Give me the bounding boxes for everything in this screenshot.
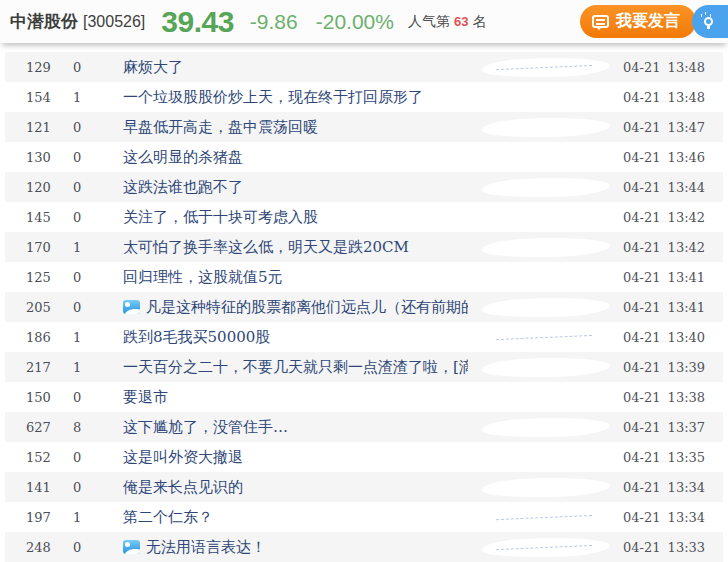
read-count: 205: [5, 300, 73, 315]
stock-header-bar: 中潜股份 [300526] 39.43 -9.86 -20.00% 人气第63名…: [0, 0, 728, 43]
post-title-cell: 早盘低开高走，盘中震荡回暖: [123, 118, 468, 137]
post-title-link[interactable]: 关注了，低于十块可考虑入股: [123, 208, 318, 227]
post-time: 04-21 13:33: [623, 540, 723, 555]
popularity-suffix: 名: [472, 13, 486, 29]
post-title-link[interactable]: 凡是这种特征的股票都离他们远点儿（还有前期的沪宁股: [146, 298, 468, 317]
post-row: 141 0 俺是来长点见识的 04-21 13:34: [5, 472, 723, 502]
author-redacted-smudge: [481, 146, 609, 167]
post-title-link[interactable]: 早盘低开高走，盘中震荡回暖: [123, 118, 318, 137]
author-cell: [468, 208, 623, 227]
post-title-link[interactable]: 这下尴尬了，没管住手…: [123, 418, 288, 437]
read-count: 248: [5, 540, 73, 555]
author-cell: [468, 238, 623, 257]
author-redacted-smudge: [481, 416, 609, 437]
read-count: 186: [5, 330, 73, 345]
read-count: 197: [5, 510, 73, 525]
author-cell: [468, 268, 623, 287]
author-cell: [468, 88, 623, 107]
guba-stock-forum-page: 中潜股份 [300526] 39.43 -9.86 -20.00% 人气第63名…: [0, 0, 728, 562]
author-redacted-smudge: [481, 236, 609, 257]
post-time: 04-21 13:42: [623, 240, 723, 255]
post-title-link[interactable]: 这么明显的杀猪盘: [123, 148, 243, 167]
post-title-link[interactable]: 麻烦大了: [123, 58, 183, 77]
author-redacted-smudge: [481, 536, 609, 557]
comment-count: 0: [73, 450, 123, 465]
stock-name: 中潜股份: [10, 10, 78, 33]
post-title-link[interactable]: 这跌法谁也跑不了: [123, 178, 243, 197]
stock-code: [300526]: [83, 13, 145, 31]
author-redacted-smudge: [481, 266, 609, 287]
post-message-button[interactable]: 我要发言: [580, 5, 696, 38]
post-row: 145 0 关注了，低于十块可考虑入股 04-21 13:42: [5, 202, 723, 232]
post-title-link[interactable]: 跌到8毛我买50000股: [123, 328, 270, 347]
post-row: 248 0 无法用语言表达！ 04-21 13:33: [5, 532, 723, 562]
post-list: 129 0 麻烦大了 04-21 13:48 154 1 一个垃圾股股价炒上天，…: [5, 52, 723, 562]
post-row: 152 0 这是叫外资大撤退 04-21 13:35: [5, 442, 723, 472]
author-cell: [468, 388, 623, 407]
post-title-link[interactable]: 俺是来长点见识的: [123, 478, 243, 497]
comment-count: 0: [73, 120, 123, 135]
read-count: 627: [5, 420, 73, 435]
author-cell: [468, 148, 623, 167]
author-redacted-smudge: [481, 506, 609, 527]
stock-price: 39.43: [161, 5, 234, 39]
post-time: 04-21 13:48: [623, 90, 723, 105]
author-cell: [468, 328, 623, 347]
author-redacted-smudge: [481, 56, 609, 77]
post-row: 197 1 第二个仁东？ 04-21 13:34: [5, 502, 723, 532]
post-time: 04-21 13:38: [623, 390, 723, 405]
author-redacted-smudge: [481, 116, 609, 137]
post-title-link[interactable]: 回归理性，这股就值5元: [123, 268, 283, 287]
post-title-link[interactable]: 要退市: [123, 388, 168, 407]
comment-count: 0: [73, 60, 123, 75]
author-cell: [468, 118, 623, 137]
post-title-link[interactable]: 一个垃圾股股价炒上天，现在终于打回原形了: [123, 88, 423, 107]
author-cell: [468, 448, 623, 467]
post-title-cell: 第二个仁东？: [123, 508, 468, 527]
post-title-link[interactable]: 第二个仁东？: [123, 508, 213, 527]
comment-count: 0: [73, 150, 123, 165]
post-time: 04-21 13:34: [623, 510, 723, 525]
author-redacted-smudge: [481, 86, 609, 107]
post-time: 04-21 13:37: [623, 420, 723, 435]
post-title-cell: 一天百分之二十，不要几天就只剩一点渣渣了啦，[滴汗]: [123, 358, 468, 377]
post-time: 04-21 13:41: [623, 270, 723, 285]
read-count: 129: [5, 60, 73, 75]
post-time: 04-21 13:35: [623, 450, 723, 465]
ask-question-button[interactable]: [692, 5, 728, 38]
author-cell: [468, 478, 623, 497]
stock-change-percent: -20.00%: [316, 10, 394, 34]
post-time: 04-21 13:39: [623, 360, 723, 375]
comment-count: 0: [73, 390, 123, 405]
post-title-link[interactable]: 太可怕了换手率这么低，明天又是跌20CM: [123, 238, 409, 257]
image-attachment-icon: [123, 540, 140, 554]
post-title-cell: 关注了，低于十块可考虑入股: [123, 208, 468, 227]
post-title-cell: 要退市: [123, 388, 468, 407]
post-title-link[interactable]: 一天百分之二十，不要几天就只剩一点渣渣了啦，[滴汗]: [123, 358, 468, 377]
speech-bubble-icon: [592, 15, 609, 28]
read-count: 130: [5, 150, 73, 165]
post-title-cell: 这跌法谁也跑不了: [123, 178, 468, 197]
post-title-link[interactable]: 这是叫外资大撤退: [123, 448, 243, 467]
author-redacted-smudge: [481, 356, 609, 377]
post-message-button-label: 我要发言: [616, 11, 680, 32]
author-redacted-smudge: [481, 476, 609, 497]
author-cell: [468, 58, 623, 77]
author-redacted-smudge: [481, 446, 609, 467]
comment-count: 0: [73, 300, 123, 315]
post-time: 04-21 13:48: [623, 60, 723, 75]
author-redacted-smudge: [481, 386, 609, 407]
post-row: 125 0 回归理性，这股就值5元 04-21 13:41: [5, 262, 723, 292]
read-count: 125: [5, 270, 73, 285]
post-title-cell: 俺是来长点见识的: [123, 478, 468, 497]
read-count: 154: [5, 90, 73, 105]
comment-count: 8: [73, 420, 123, 435]
post-title-link[interactable]: 无法用语言表达！: [146, 538, 266, 557]
comment-count: 0: [73, 180, 123, 195]
author-cell: [468, 508, 623, 527]
post-time: 04-21 13:34: [623, 480, 723, 495]
post-title-cell: 无法用语言表达！: [123, 538, 468, 557]
read-count: 141: [5, 480, 73, 495]
post-title-cell: 回归理性，这股就值5元: [123, 268, 468, 287]
comment-count: 0: [73, 480, 123, 495]
